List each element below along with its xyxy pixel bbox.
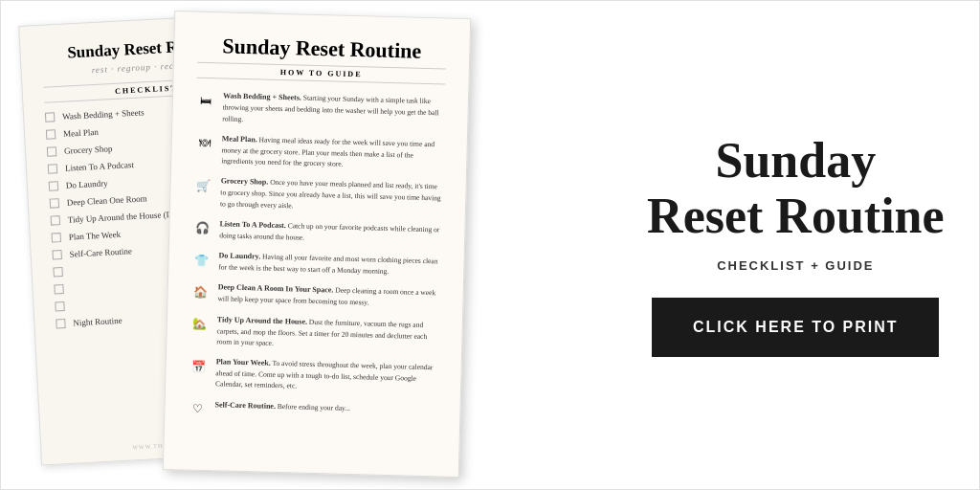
guide-item: 🏠 Deep Clean A Room In Your Space. Deep …	[190, 281, 440, 310]
guide-item: 🎧 Listen To A Podcast. Catch up on your …	[192, 217, 442, 246]
cart-icon: 🛒	[193, 176, 213, 196]
guide-item: ♡ Self-Care Routine. Before ending your …	[188, 398, 436, 425]
laundry-icon: 👕	[191, 251, 212, 271]
checkbox	[56, 319, 66, 329]
print-button[interactable]: CLICK HERE TO PRINT	[652, 298, 939, 357]
checkbox	[45, 113, 56, 123]
guide-item: 🍽 Meal Plan. Having meal ideas ready for…	[194, 133, 444, 172]
guide-item: 👕 Do Laundry. Having all your favorite a…	[191, 250, 441, 278]
checkbox	[50, 199, 60, 210]
checkbox	[46, 130, 56, 141]
documents-section: Sunday Reset Routine rest · regroup · re…	[1, 0, 612, 490]
guide-title: Sunday Reset Routine	[197, 33, 447, 65]
calendar-icon: 📅	[189, 357, 209, 377]
checkbox	[51, 216, 61, 227]
right-panel: Sunday Reset Routine CHECKLIST + GUIDE C…	[612, 0, 979, 490]
checkbox	[54, 284, 64, 295]
podcast-icon: 🎧	[192, 218, 212, 238]
guide-page: Sunday Reset Routine HOW TO GUIDE 🛏 Wash…	[163, 11, 471, 478]
checkbox	[49, 182, 59, 192]
checkbox	[55, 301, 65, 312]
sub-label: CHECKLIST + GUIDE	[717, 258, 874, 273]
checkbox	[52, 233, 62, 243]
checkbox	[53, 267, 63, 278]
checkbox	[52, 250, 62, 260]
main-title: Sunday Reset Routine	[647, 133, 945, 242]
clean-icon: 🏠	[190, 282, 211, 302]
meal-icon: 🍽	[194, 134, 214, 154]
guide-item: 🛏 Wash Bedding + Sheets. Starting your S…	[195, 90, 445, 129]
guide-item: 🏡 Tidy Up Around the House. Dust the fur…	[189, 313, 439, 352]
tidy-icon: 🏡	[190, 314, 211, 334]
checkbox	[48, 165, 58, 175]
bed-icon: 🛏	[196, 91, 216, 111]
checkbox	[47, 147, 57, 158]
guide-item: 🛒 Grocery Shop. Once you have your meals…	[193, 175, 443, 214]
guide-subtitle: HOW TO GUIDE	[196, 62, 445, 85]
guide-item: 📅 Plan Your Week. To avoid stress throug…	[189, 356, 438, 395]
selfcare-icon: ♡	[188, 399, 208, 419]
